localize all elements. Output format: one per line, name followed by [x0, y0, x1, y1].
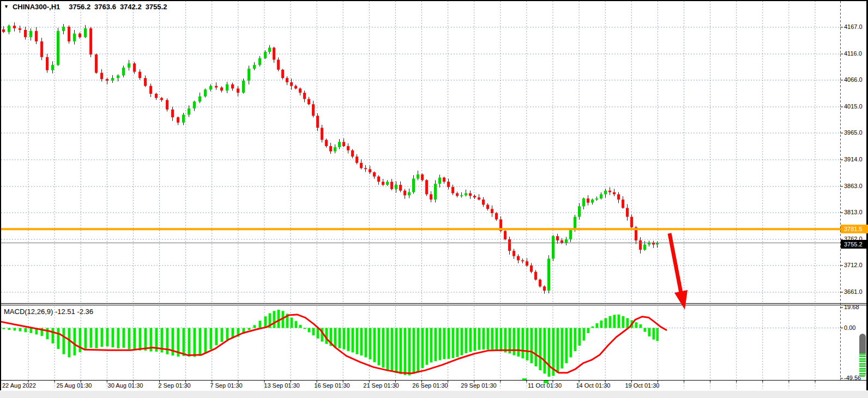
- macd-histogram-bar: [215, 328, 218, 346]
- quote-open: 3756.2: [69, 3, 91, 11]
- candle-up: [84, 28, 87, 37]
- time-axis-label: 11 Oct 01:30: [528, 382, 562, 389]
- macd-histogram-bar: [204, 328, 207, 354]
- candle-up: [412, 179, 415, 192]
- candle-up: [552, 236, 554, 258]
- macd-histogram-bar: [526, 328, 529, 361]
- candle-down: [355, 156, 358, 163]
- macd-histogram-bar: [500, 328, 503, 352]
- price-axis-label: 3863.0: [844, 183, 863, 189]
- candle-up: [122, 68, 125, 75]
- macd-histogram-bar: [166, 328, 169, 354]
- candle-down: [534, 272, 537, 280]
- candle-down: [425, 180, 428, 194]
- macd-histogram-bar: [19, 328, 22, 331]
- candle-down: [312, 104, 315, 116]
- candle-up: [204, 89, 207, 96]
- macd-histogram-bar: [570, 328, 572, 358]
- current-price-tag: 3755.2: [841, 240, 868, 249]
- price-axis-label: 3965.0: [844, 129, 863, 136]
- candle-down: [321, 128, 323, 140]
- orange-level-line[interactable]: [1, 228, 842, 230]
- candle-up: [29, 31, 32, 38]
- candle-up: [117, 75, 119, 78]
- macd-histogram-bar: [544, 328, 546, 374]
- candle-up: [574, 217, 576, 230]
- candle-down: [508, 239, 511, 251]
- candle-down: [19, 28, 21, 30]
- macd-histogram-bar: [605, 318, 607, 328]
- candle-up: [386, 182, 389, 185]
- chart-canvas[interactable]: [0, 0, 868, 398]
- macd-histogram-bar: [312, 328, 315, 336]
- trend-arrow-shaft[interactable]: [670, 233, 681, 293]
- macd-histogram-bar: [90, 328, 93, 348]
- macd-histogram-bar: [548, 328, 551, 377]
- candle-down: [231, 85, 234, 89]
- candle-down: [390, 182, 393, 189]
- volume-widget[interactable]: [859, 334, 866, 377]
- candle-up: [569, 230, 572, 239]
- candle-down: [530, 266, 533, 272]
- macd-histogram-bar: [123, 328, 125, 348]
- macd-histogram-bar: [308, 328, 311, 333]
- candle-up: [128, 63, 130, 68]
- macd-histogram-bar: [557, 328, 559, 373]
- candle-down: [486, 205, 489, 209]
- terminal-window: ▼ CHINA300-,H1 3756.2 3763.6 3742.2 3755…: [0, 0, 868, 398]
- time-axis-label: 2 Sep 01:30: [158, 382, 190, 389]
- macd-histogram-bar: [387, 328, 389, 370]
- candle-up: [8, 26, 10, 32]
- macd-histogram-bar: [404, 328, 407, 376]
- macd-histogram-bar: [106, 328, 109, 347]
- macd-histogram-bar: [63, 328, 65, 354]
- time-axis-label: 25 Aug 01:30: [57, 382, 92, 389]
- candle-down: [617, 194, 620, 200]
- candle-up: [465, 193, 467, 195]
- macd-histogram-bar: [496, 328, 498, 351]
- candle-up: [258, 58, 261, 65]
- candle-down: [360, 163, 363, 168]
- trend-arrow-head[interactable]: [674, 290, 688, 310]
- candle-down: [377, 177, 380, 182]
- macd-histogram-bar: [52, 328, 55, 343]
- candle-up: [182, 114, 185, 122]
- candle-down: [316, 116, 319, 128]
- candle-up: [656, 243, 659, 245]
- candle-down: [303, 93, 306, 99]
- macd-histogram-bar: [352, 328, 354, 353]
- candle-down: [133, 63, 136, 71]
- macd-histogram-bar: [626, 318, 629, 328]
- macd-histogram-bar: [456, 328, 459, 357]
- candle-down: [95, 55, 98, 73]
- candle-down: [68, 27, 70, 41]
- candle-down: [220, 87, 223, 91]
- macd-histogram-bar: [360, 328, 363, 356]
- candle-up: [417, 174, 419, 179]
- candle-down: [639, 240, 642, 250]
- price-axis-label: 3914.0: [844, 156, 863, 162]
- macd-histogram-bar: [587, 328, 590, 333]
- macd-histogram-bar: [139, 328, 142, 351]
- macd-histogram-bar: [635, 322, 638, 328]
- candle-down: [138, 72, 141, 79]
- candle-down: [622, 200, 624, 208]
- candle-down: [171, 110, 174, 117]
- candle-down: [447, 182, 450, 187]
- price-axis-label: 3813.0: [844, 209, 863, 215]
- candle-up: [111, 78, 114, 81]
- candle-up: [209, 86, 212, 90]
- symbol-dropdown-icon[interactable]: ▼: [4, 4, 9, 9]
- candle-down: [517, 256, 520, 261]
- macd-histogram-bar: [373, 328, 376, 363]
- macd-histogram-bar: [417, 328, 420, 372]
- macd-histogram-bar: [304, 328, 306, 329]
- macd-histogram-bar: [531, 328, 533, 364]
- candle-up: [51, 65, 54, 70]
- candle-down: [373, 172, 376, 177]
- candle-down: [100, 73, 103, 80]
- macd-histogram-bar: [600, 321, 603, 328]
- time-axis-label: 13 Sep 01:30: [264, 382, 299, 389]
- candle-down: [166, 100, 168, 109]
- candle-down: [308, 99, 310, 105]
